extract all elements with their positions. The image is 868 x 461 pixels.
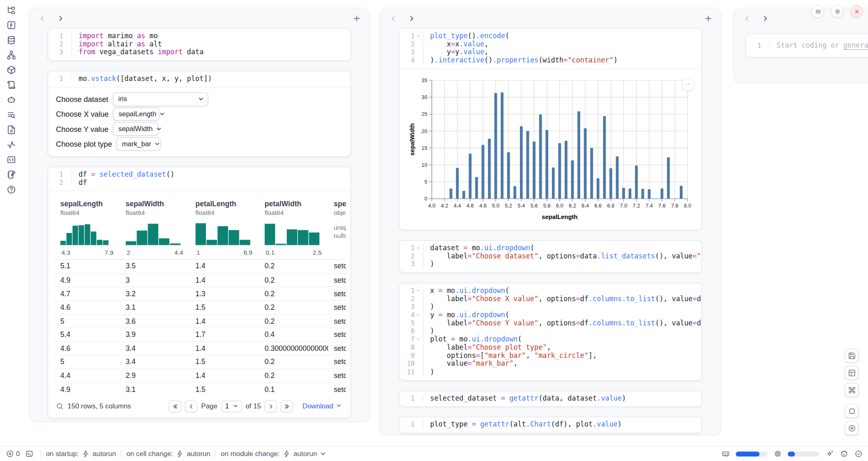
table-row[interactable]: 5.43.91.70.4setosa (55, 328, 346, 341)
code-cell-xy-dropdowns[interactable]: 1x = mo.ui.dropdown(2 label="Choose X va… (399, 283, 702, 380)
table-cell: setosa (328, 342, 346, 353)
column-header-sepalWidth[interactable]: sepalWidthfloat6424.4 (120, 196, 190, 259)
bar-chart[interactable]: 4.04.24.44.64.85.05.25.45.65.86.06.26.46… (407, 74, 693, 225)
code-cell-selected-dataset[interactable]: 1selected_dataset = getattr(data, datase… (399, 390, 702, 407)
code-cell-plot-type[interactable]: 1plot_type = getattr(alt.Chart(df), plot… (399, 417, 702, 433)
code-editor[interactable]: 1mo.vstack([dataset, x, y, plot]) (48, 71, 350, 87)
next-page-button[interactable] (265, 400, 277, 413)
column-next-button[interactable] (761, 14, 770, 23)
code-cell-dataframe[interactable]: 1df = selected_dataset()2df sepalLengthf… (48, 166, 351, 418)
first-page-button[interactable] (169, 400, 181, 413)
cpu-meter (788, 451, 820, 456)
code-cell-dataset-dropdown[interactable]: 1dataset = mo.ui.dropdown(2 label="Choos… (399, 240, 702, 273)
dropdown-select[interactable]: sepalWidth (113, 122, 158, 136)
icon-rail (0, 0, 22, 194)
code-editor[interactable]: 1selected_dataset = getattr(data, datase… (399, 391, 701, 406)
download-button[interactable]: Download (302, 402, 342, 410)
code-cell-imports[interactable]: 1import marimo as mo2import altair as al… (48, 28, 351, 61)
table-cell: 0.30000000000000004 (259, 342, 328, 353)
chat-bot-icon[interactable] (5, 95, 17, 105)
code-editor[interactable]: 1plot_type().encode(2 x=x.value,3 y=y.va… (399, 29, 701, 69)
run-button[interactable] (845, 421, 859, 435)
ai-sparkles-icon[interactable] (825, 449, 833, 458)
code-editor[interactable]: 1import marimo as mo2import altair as al… (48, 29, 350, 60)
table-row[interactable]: 4.63.11.50.2setosa (55, 300, 346, 314)
package-icon[interactable] (5, 65, 17, 75)
close-button[interactable] (850, 5, 863, 18)
help-icon[interactable] (5, 185, 17, 194)
add-column-button[interactable] (352, 14, 361, 23)
snippets-icon[interactable] (5, 155, 17, 164)
last-page-button[interactable] (281, 400, 293, 413)
assistant-bot-icon[interactable] (840, 449, 848, 458)
table-row[interactable]: 5.13.51.40.2setosa (55, 260, 346, 273)
table-row[interactable]: 4.63.41.40.30000000000000004setosa (55, 341, 346, 355)
logs-icon[interactable] (5, 80, 17, 90)
table-row[interactable]: 53.61.40.2setosa (55, 314, 346, 328)
column-header-petalWidth[interactable]: petalWidthfloat640.12.5 (259, 196, 328, 259)
terminal-icon[interactable] (25, 449, 34, 458)
column-prev-button[interactable] (38, 14, 47, 23)
column-header-sepalLength[interactable]: sepalLengthfloat644.37.9 (55, 196, 120, 259)
dependency-graph-icon[interactable] (5, 51, 17, 60)
table-row[interactable]: 4.73.21.30.2setosa (55, 287, 346, 300)
table-row[interactable]: 4.93.11.50.1setosa (55, 382, 346, 396)
column-prev-button[interactable] (389, 14, 398, 23)
empty-code-cell[interactable]: 1 Start coding or generate with AI (746, 34, 868, 58)
table-row[interactable]: 4.931.40.2setosa (55, 273, 346, 287)
runtime-setting[interactable]: on startup:autorun (46, 449, 116, 458)
activity-icon[interactable] (5, 140, 17, 150)
column-header-petalLength[interactable]: petalLengthfloat6416.9 (190, 196, 259, 259)
code-editor[interactable]: 1dataset = mo.ui.dropdown(2 label="Choos… (399, 241, 701, 272)
svg-text:5.4: 5.4 (518, 203, 525, 209)
chart-options-button[interactable] (681, 78, 695, 91)
stop-button[interactable] (845, 404, 859, 418)
column-header-species[interactable]: speciesobjectunique:nulls: (328, 196, 346, 243)
table-cell: 0.4 (259, 328, 328, 339)
code-editor[interactable]: 1x = mo.ui.dropdown(2 label="Choose X va… (399, 284, 701, 380)
code-editor[interactable]: 1df = selected_dataset()2df (48, 167, 350, 191)
dropdown-select[interactable]: iris (113, 92, 208, 106)
menu-button[interactable] (812, 5, 824, 18)
runtime-setting[interactable]: on module change:autorun (221, 449, 326, 458)
search-list-icon[interactable] (5, 110, 17, 120)
prev-page-button[interactable] (185, 400, 197, 413)
table-row[interactable]: 53.41.50.2setosa (55, 355, 346, 369)
code-cell-plot[interactable]: 1plot_type().encode(2 x=x.value,3 y=y.va… (399, 28, 702, 230)
dropdown-select[interactable]: mark_bar (116, 137, 161, 150)
document-icon[interactable] (5, 125, 17, 134)
errors-indicator-icon[interactable] (5, 449, 14, 458)
connection-status-icon[interactable] (854, 449, 862, 458)
column-prev-button[interactable] (742, 14, 751, 23)
search-icon[interactable] (56, 402, 64, 410)
command-palette-button[interactable] (845, 383, 859, 397)
code-cell-vstack[interactable]: 1mo.vstack([dataset, x, y, plot]) Choose… (48, 71, 351, 157)
dataframe-output: sepalLengthfloat644.37.9sepalWidthfloat6… (48, 191, 350, 418)
column-next-button[interactable] (407, 14, 416, 23)
function-square-icon[interactable] (5, 21, 17, 30)
table-cell: 0.2 (259, 355, 328, 366)
table-cell: setosa (328, 369, 346, 380)
table-cell: 4.6 (55, 301, 120, 312)
file-tree-icon[interactable] (5, 5, 17, 15)
page-select[interactable]: 1 (221, 401, 242, 412)
save-button[interactable] (845, 349, 859, 363)
table-cell: 1.7 (190, 328, 259, 339)
layout-button[interactable] (845, 366, 859, 380)
add-column-button[interactable] (704, 14, 713, 23)
table-cell: 3.2 (120, 288, 190, 298)
database-icon[interactable] (5, 35, 17, 45)
code-editor[interactable]: 1 Start coding or generate with AI (746, 35, 868, 57)
code-editor[interactable]: 1plot_type = getattr(alt.Chart(df), plot… (399, 417, 701, 433)
runtime-setting[interactable]: on cell change:autorun (127, 449, 210, 458)
settings-button[interactable] (831, 5, 844, 18)
table-cell: 1.4 (190, 274, 259, 284)
table-row[interactable]: 4.42.91.40.2setosa (55, 369, 346, 382)
column-next-button[interactable] (56, 14, 65, 23)
scratchpad-icon[interactable] (5, 170, 17, 180)
generate-link[interactable]: generate (843, 41, 868, 49)
svg-text:4.4: 4.4 (454, 203, 461, 209)
dropdown-select[interactable]: sepalLength (113, 108, 159, 121)
window-actions (812, 5, 863, 18)
svg-text:7.6: 7.6 (658, 203, 666, 209)
